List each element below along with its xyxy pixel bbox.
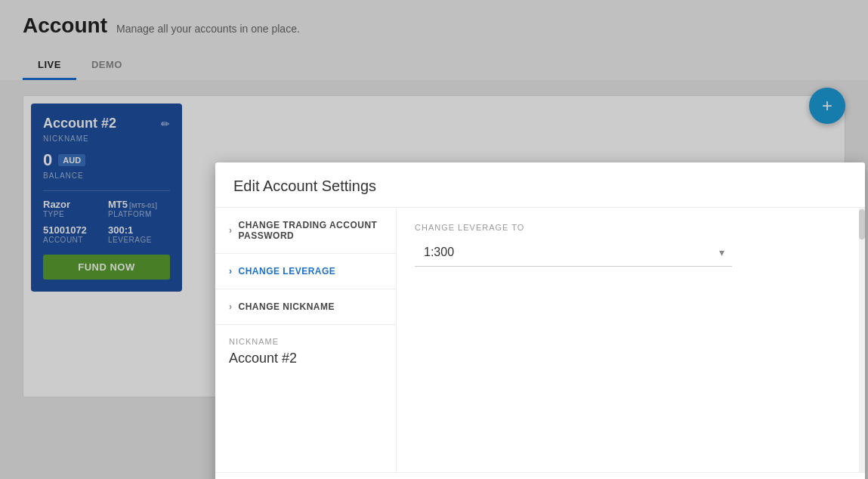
page-background: Account Manage all your accounts in one …	[0, 0, 868, 479]
modal-sidebar: › CHANGE TRADING ACCOUNT PASSWORD › CHAN…	[215, 208, 397, 472]
accordion-password-header[interactable]: › CHANGE TRADING ACCOUNT PASSWORD	[215, 208, 396, 253]
accordion-nickname-header[interactable]: › CHANGE NICKNAME	[215, 289, 396, 324]
accordion-password: › CHANGE TRADING ACCOUNT PASSWORD	[215, 208, 396, 254]
chevron-right-icon: ›	[229, 225, 233, 236]
leverage-panel-label: CHANGE LEVERAGE TO	[415, 223, 847, 232]
modal-header: Edit Account Settings	[215, 162, 865, 208]
scrollbar-thumb	[859, 209, 865, 240]
chevron-right-active-icon: ›	[229, 266, 233, 277]
accordion-password-label: CHANGE TRADING ACCOUNT PASSWORD	[239, 220, 383, 241]
accordion-leverage-header[interactable]: › CHANGE LEVERAGE	[215, 254, 396, 289]
nickname-section-value: Account #2	[229, 351, 382, 366]
modal-body: › CHANGE TRADING ACCOUNT PASSWORD › CHAN…	[215, 208, 865, 472]
edit-account-modal: Edit Account Settings › CHANGE TRADING A…	[215, 162, 865, 479]
accordion-leverage-label: CHANGE LEVERAGE	[239, 266, 336, 277]
modal-scrollbar[interactable]	[859, 208, 865, 472]
modal-overlay: Edit Account Settings › CHANGE TRADING A…	[0, 0, 868, 479]
accordion-nickname-label: CHANGE NICKNAME	[239, 301, 335, 312]
leverage-select[interactable]: 1:50 1:100 1:200 1:300 1:400 1:500	[415, 238, 732, 267]
modal-title: Edit Account Settings	[233, 178, 376, 194]
nickname-display-section: NICKNAME Account #2	[215, 325, 396, 379]
accordion-nickname: › CHANGE NICKNAME	[215, 289, 396, 325]
leverage-panel: CHANGE LEVERAGE TO 1:50 1:100 1:200 1:30…	[415, 223, 847, 267]
nickname-section-label: NICKNAME	[229, 337, 382, 346]
leverage-select-wrapper: 1:50 1:100 1:200 1:300 1:400 1:500 ▾	[415, 238, 732, 267]
accordion-leverage: › CHANGE LEVERAGE	[215, 254, 396, 289]
modal-footer: CLOSE SUBMIT	[215, 472, 865, 479]
chevron-right-nickname-icon: ›	[229, 301, 233, 312]
modal-main-panel: CHANGE LEVERAGE TO 1:50 1:100 1:200 1:30…	[397, 208, 865, 472]
